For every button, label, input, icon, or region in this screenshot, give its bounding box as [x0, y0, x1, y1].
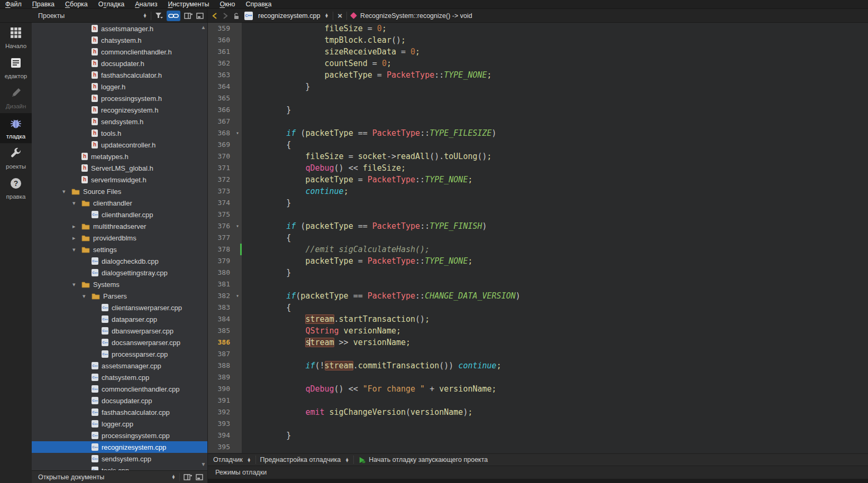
menu-item-7[interactable]: Справка [240, 0, 277, 9]
line-number[interactable]: 366 [208, 104, 242, 116]
code-line-363[interactable]: 363 packetType = PacketType::TYPE_NONE; [208, 69, 868, 81]
code-text[interactable]: if(!stream.commitTransaction()) continue… [242, 360, 868, 371]
expanded-arrow-icon[interactable]: ▾ [62, 188, 71, 195]
code-line-372[interactable]: 372 packetType = PacketType::TYPE_NONE; [208, 174, 868, 185]
expanded-arrow-icon[interactable]: ▾ [72, 200, 81, 207]
line-number[interactable]: 363 [208, 69, 242, 81]
line-number[interactable]: 368▾ [208, 127, 242, 139]
split-icon[interactable] [184, 473, 192, 480]
line-number[interactable]: 384 [208, 313, 242, 325]
line-number[interactable]: 371 [208, 162, 242, 174]
code-text[interactable]: sizeReceiveData = 0; [242, 46, 868, 58]
code-text[interactable]: stream.startTransaction(); [242, 313, 868, 325]
code-text[interactable] [242, 92, 868, 104]
tree-item-dbanswerparser.cpp[interactable]: C++dbanswerparser.cpp [32, 325, 207, 337]
code-text[interactable]: fileSize = 0; [242, 23, 868, 34]
current-symbol-label[interactable]: RecognizeSystem::recognize() -> void [360, 12, 472, 20]
line-number[interactable]: 392 [208, 406, 242, 418]
tree-item-fasthashcalculator.cpp[interactable]: C++fasthashcalculator.cpp [32, 406, 207, 418]
line-number[interactable]: 383 [208, 302, 242, 313]
line-number[interactable]: 373 [208, 185, 242, 197]
combo-arrows-icon[interactable]: ▲▼ [247, 458, 251, 462]
code-line-391[interactable]: 391 [208, 395, 868, 406]
line-number[interactable]: 380 [208, 267, 242, 278]
menu-item-5[interactable]: Инструменты [162, 0, 214, 9]
mode-edit[interactable]: едактор [0, 53, 32, 83]
mode-projects[interactable]: роекты [0, 143, 32, 173]
expanded-arrow-icon[interactable]: ▾ [72, 246, 81, 253]
tree-item-assetsmanager.h[interactable]: hassetsmanager.h [32, 23, 207, 34]
code-text[interactable]: { [242, 139, 868, 151]
expanded-arrow-icon[interactable]: ▾ [72, 281, 81, 288]
code-line-369[interactable]: 369 { [208, 139, 868, 151]
tree-item-commonclienthandler.h[interactable]: hcommonclienthandler.h [32, 46, 207, 58]
code-line-367[interactable]: 367 [208, 116, 868, 127]
code-line-388[interactable]: 388 if(!stream.commitTransaction()) cont… [208, 360, 868, 371]
tree-item-tools.h[interactable]: htools.h [32, 127, 207, 139]
code-text[interactable] [242, 418, 868, 430]
code-line-384[interactable]: 384 stream.startTransaction(); [208, 313, 868, 325]
code-text[interactable]: qDebug() << "For change " + versionName; [242, 383, 868, 395]
code-line-373[interactable]: 373 continue; [208, 185, 868, 197]
tree-item-dialogsettingstray.cpp[interactable]: C++dialogsettingstray.cpp [32, 267, 207, 278]
code-text[interactable]: } [242, 267, 868, 278]
link-with-editor-icon[interactable] [167, 11, 180, 21]
code-line-374[interactable]: 374 } [208, 197, 868, 209]
fold-arrow-icon[interactable]: ▾ [236, 290, 239, 302]
code-text[interactable]: { [242, 232, 868, 244]
tree-item-updatecontroller.h[interactable]: hupdatecontroller.h [32, 139, 207, 151]
start-debugging-label[interactable]: Начать отладку запускающего проекта [369, 456, 488, 463]
collapsed-arrow-icon[interactable]: ▸ [72, 223, 81, 230]
tree-item-chatsystem.cpp[interactable]: C++chatsystem.cpp [32, 371, 207, 383]
menu-item-2[interactable]: Сборка [60, 0, 93, 9]
line-number[interactable]: 376▾ [208, 220, 242, 232]
code-text[interactable]: packetType = PacketType::TYPE_NONE; [242, 174, 868, 185]
debugger-selector[interactable]: Отладчик [213, 456, 243, 463]
debugger-preset-selector[interactable]: Преднастройка отладчика [260, 456, 341, 463]
line-number[interactable]: 359 [208, 23, 242, 34]
line-number[interactable]: 360 [208, 34, 242, 46]
line-number[interactable]: 378 [208, 244, 242, 255]
mode-debug[interactable]: тладка [0, 113, 32, 143]
tree-item-dialogcheckdb.cpp[interactable]: C++dialogcheckdb.cpp [32, 255, 207, 267]
code-text[interactable]: } [242, 104, 868, 116]
code-text[interactable] [242, 371, 868, 383]
document-combo-arrows-icon[interactable]: ▲▼ [324, 13, 328, 18]
line-number[interactable]: 365 [208, 92, 242, 104]
line-number[interactable]: 395 [208, 441, 242, 453]
code-text[interactable]: stream >> versionName; [242, 337, 868, 348]
tree-item-assetsmanager.cpp[interactable]: C++assetsmanager.cpp [32, 360, 207, 371]
code-text[interactable]: tmpBlock.clear(); [242, 34, 868, 46]
tree-item-processingsystem.h[interactable]: hprocessingsystem.h [32, 92, 207, 104]
line-number[interactable]: 375 [208, 209, 242, 220]
unlocked-padlock-icon[interactable] [233, 12, 240, 20]
line-number[interactable]: 393 [208, 418, 242, 430]
tree-item-processingsystem.cpp[interactable]: C++processingsystem.cpp [32, 430, 207, 441]
filter-icon[interactable] [155, 12, 163, 19]
code-line-381[interactable]: 381 [208, 278, 868, 290]
code-line-379[interactable]: 379 packetType = PacketType::TYPE_NONE; [208, 255, 868, 267]
code-line-387[interactable]: 387 [208, 348, 868, 360]
line-number[interactable]: 364 [208, 81, 242, 92]
tree-item-settings[interactable]: ▾settings [32, 244, 207, 255]
code-line-380[interactable]: 380 } [208, 267, 868, 278]
code-text[interactable]: qDebug() << fileSize; [242, 162, 868, 174]
code-text[interactable]: } [242, 197, 868, 209]
code-text[interactable]: QString versionName; [242, 325, 868, 337]
forward-icon[interactable] [222, 12, 229, 20]
code-editor[interactable]: 359 fileSize = 0;360 tmpBlock.clear();36… [208, 23, 868, 453]
code-line-390[interactable]: 390 qDebug() << "For change " + versionN… [208, 383, 868, 395]
combo-arrows-icon[interactable]: ▲▼ [345, 458, 349, 462]
tree-item-docsanswerparser.cpp[interactable]: C++docsanswerparser.cpp [32, 337, 207, 348]
code-text[interactable]: //emit sigCalculateHash(); [242, 244, 868, 255]
mode-help[interactable]: ? правка [0, 173, 32, 203]
code-text[interactable]: packetType = PacketType::TYPE_NONE; [242, 255, 868, 267]
panel-combo-arrows-icon[interactable]: ▲▼ [171, 475, 176, 479]
collapsed-arrow-icon[interactable]: ▸ [72, 235, 81, 242]
line-number[interactable]: 362 [208, 58, 242, 69]
code-text[interactable]: { [242, 302, 868, 313]
menu-item-6[interactable]: Окно [214, 0, 240, 9]
tree-item-fasthashcalculator.h[interactable]: hfasthashcalculator.h [32, 69, 207, 81]
line-number[interactable]: 379 [208, 255, 242, 267]
line-number[interactable]: 367 [208, 116, 242, 127]
